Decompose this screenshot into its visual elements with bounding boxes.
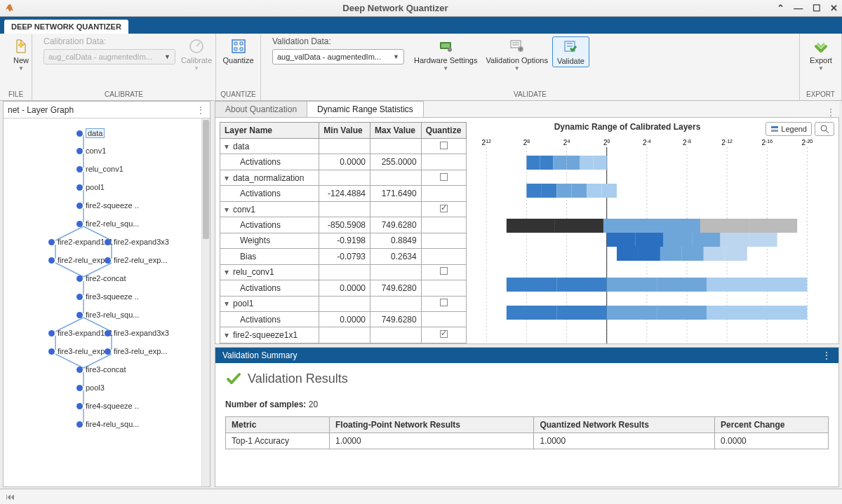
group-label-calibrate: CALIBRATE: [32, 89, 215, 100]
hardware-settings-button[interactable]: Hardware Settings ▼: [410, 36, 482, 73]
calibrate-icon: [188, 38, 205, 55]
close-icon[interactable]: ✕: [830, 3, 838, 13]
new-icon: [13, 38, 29, 55]
chevron-down-icon: ▼: [18, 65, 24, 71]
group-label-file: FILE: [0, 89, 32, 100]
titlebar: Deep Network Quantizer ⌃ — ☐ ✕: [0, 0, 842, 17]
options-icon: [509, 38, 526, 55]
ribbon-tab-bar: DEEP NETWORK QUANTIZER: [0, 17, 842, 34]
chevron-down-icon: ▼: [393, 53, 399, 60]
export-button[interactable]: Export ▼: [806, 36, 836, 73]
chevron-down-icon: ▼: [194, 65, 199, 71]
maximize-icon[interactable]: ☐: [813, 3, 821, 13]
group-label-validate: VALIDATE: [261, 89, 799, 100]
validation-data-combo[interactable]: aug_valData - augmentedIm... ▼: [272, 49, 404, 64]
svg-point-4: [448, 48, 452, 52]
calibration-data-combo: aug_calData - augmentedIm... ▼: [44, 49, 175, 64]
validate-icon: [562, 39, 579, 55]
hardware-icon: [437, 38, 454, 55]
window-controls: ⌃ — ☐ ✕: [770, 3, 838, 13]
chevron-down-icon: ▼: [164, 53, 171, 60]
validation-data-field: Validation Data: aug_valData - augmented…: [272, 36, 404, 64]
chevron-down-icon: ▼: [443, 65, 448, 71]
quantize-icon: [230, 38, 247, 55]
window-title: Deep Network Quantizer: [21, 3, 770, 13]
ribbon: New ▼ FILE Calibration Data: aug_calData…: [0, 34, 842, 101]
validate-button[interactable]: Validate: [552, 36, 589, 67]
caret-up-icon[interactable]: ⌃: [777, 3, 784, 13]
group-label-quantize: QUANTIZE: [216, 89, 260, 100]
quantize-button[interactable]: Quantize: [222, 36, 255, 66]
ribbon-tab-quantizer[interactable]: DEEP NETWORK QUANTIZER: [4, 20, 128, 34]
matlab-logo-icon: [4, 3, 15, 14]
group-label-export: EXPORT: [800, 89, 841, 100]
validation-options-button[interactable]: Validation Options ▼: [482, 36, 552, 73]
svg-rect-3: [441, 43, 450, 48]
chevron-down-icon: ▼: [818, 65, 824, 71]
export-icon: [813, 38, 829, 55]
calibrate-button: Calibrate ▼: [181, 36, 212, 73]
minimize-icon[interactable]: —: [794, 3, 803, 13]
chevron-down-icon: ▼: [514, 65, 520, 71]
svg-rect-5: [511, 41, 521, 48]
calibration-data-field: Calibration Data: aug_calData - augmente…: [44, 36, 175, 64]
